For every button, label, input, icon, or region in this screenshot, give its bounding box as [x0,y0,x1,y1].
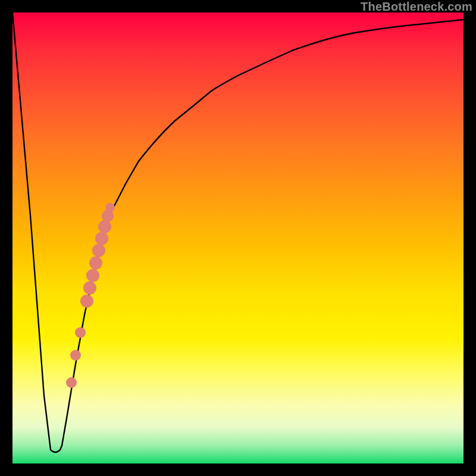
data-marker [83,281,96,295]
chart-frame: TheBottleneck.com [0,0,476,476]
data-marker [80,295,93,308]
chart-svg [12,12,464,464]
data-marker [75,327,86,338]
data-marker [98,220,111,233]
bottleneck-curve [12,12,464,452]
data-marker [66,377,77,388]
plot-area [12,12,464,464]
data-marker [95,232,108,245]
data-marker [70,350,81,361]
data-marker [86,269,99,282]
data-marker [105,203,115,212]
data-marker [89,256,102,270]
marker-group [66,203,115,388]
data-marker [92,244,105,257]
watermark-text: TheBottleneck.com [361,0,472,14]
